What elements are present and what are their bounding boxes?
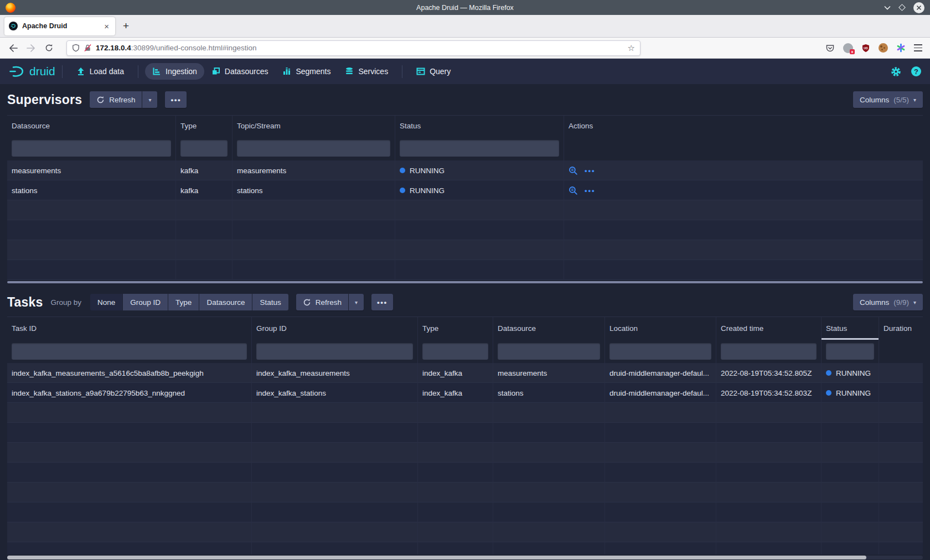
supervisor-row[interactable]: measurements kafka measurements RUNNING … [7,160,923,180]
tab-apache-druid[interactable]: Apache Druid × [4,17,115,35]
settings-gear-icon[interactable] [891,66,901,77]
status-filter-input[interactable] [826,343,874,360]
detail-magnifier-icon[interactable] [569,166,578,175]
supervisor-row[interactable]: stations kafka stations RUNNING ••• [7,180,923,200]
cookie-icon[interactable] [879,43,888,53]
window-minimize-icon[interactable] [884,6,891,10]
segments-icon [282,67,291,76]
group-by-datasource-button[interactable]: Datasource [199,294,252,310]
cell-status: RUNNING [822,363,879,383]
extension-asterisk-icon[interactable] [896,43,906,53]
type-filter-input[interactable] [422,343,488,360]
more-icon: ••• [170,96,181,104]
back-icon[interactable] [6,40,21,56]
extension-disabled-icon[interactable]: x [843,43,853,53]
row-more-icon[interactable]: ••• [585,186,596,195]
bookmark-star-icon[interactable]: ☆ [628,43,635,53]
column-header-duration[interactable]: Duration [879,317,923,340]
nav-item-segments[interactable]: Segments [275,63,338,80]
empty-row [7,522,923,542]
column-header-location[interactable]: Location [605,317,716,340]
tasks-columns-button[interactable]: Columns (9/9) ▾ [853,294,923,310]
url-text[interactable]: 172.18.0.4:30899/unified-console.html#in… [96,44,624,52]
url-host: 172.18.0.4 [96,44,131,52]
datasource-filter-input[interactable] [498,343,600,360]
supervisors-columns-button[interactable]: Columns (5/5) ▾ [853,91,923,108]
new-tab-icon[interactable]: + [123,20,129,32]
forward-icon[interactable] [23,40,39,56]
created-time-filter-input[interactable] [721,343,817,360]
empty-row [7,403,923,423]
nav-item-ingestion[interactable]: Ingestion [145,63,204,80]
supervisors-more-button[interactable]: ••• [165,91,187,108]
task-id-filter-input[interactable] [12,343,247,360]
cell-topic: measurements [232,160,395,180]
druid-logo-icon [9,65,25,78]
tasks-more-button[interactable]: ••• [371,294,393,310]
datasource-filter-input[interactable] [12,140,171,157]
group-by-none-button[interactable]: None [90,294,122,310]
group-by-label: Group by [51,298,82,307]
group-by-type-button[interactable]: Type [168,294,199,310]
cell-type: kafka [176,180,232,200]
status-filter-input[interactable] [400,140,559,157]
column-header-datasource[interactable]: Datasource [493,317,605,340]
column-header-actions: Actions [564,116,923,136]
druid-favicon-icon [9,22,18,30]
help-icon[interactable]: ? [911,66,921,76]
location-filter-input[interactable] [609,343,711,360]
column-header-task-id[interactable]: Task ID [7,317,252,340]
column-header-type[interactable]: Type [176,116,232,136]
empty-row [7,483,923,502]
tasks-refresh-caret-button[interactable]: ▾ [349,294,364,310]
menu-icon[interactable] [914,44,922,51]
chevron-down-icon: ▾ [148,97,151,103]
group-by-group-id-button[interactable]: Group ID [123,294,168,310]
supervisors-refresh-caret-button[interactable]: ▾ [142,91,157,108]
column-header-created-time[interactable]: Created time [716,317,822,340]
druid-logo[interactable]: druid [9,65,55,78]
group-by-status-button[interactable]: Status [252,294,288,310]
insecure-lock-icon[interactable] [84,44,92,52]
cell-created-time: 2022-08-19T05:34:52.805Z [716,363,822,383]
group-id-filter-input[interactable] [256,343,413,360]
supervisors-refresh-button[interactable]: Refresh [90,91,142,108]
column-header-topic-stream[interactable]: Topic/Stream [232,116,395,136]
ublock-icon[interactable]: UO [861,44,870,53]
cell-status: RUNNING [395,180,564,200]
nav-item-services[interactable]: Services [338,63,395,80]
task-row[interactable]: index_kafka_measurements_a5616c5ba8afb8b… [7,363,923,383]
tab-close-icon[interactable]: × [102,22,111,31]
nav-item-label: Load data [90,67,124,76]
cell-status: RUNNING [822,383,879,403]
nav-item-load-data[interactable]: Load data [69,63,131,80]
columns-label: Columns [860,96,889,104]
column-header-type[interactable]: Type [418,317,493,340]
url-bar[interactable]: 172.18.0.4:30899/unified-console.html#in… [66,40,640,56]
cell-duration [879,363,923,383]
nav-item-label: Services [358,67,388,76]
column-header-group-id[interactable]: Group ID [252,317,418,340]
nav-item-label: Ingestion [166,67,197,76]
supervisors-table: Datasource Type Topic/Stream Status Acti… [7,115,923,280]
task-row[interactable]: index_kafka_stations_a9a679b22795b63_nnk… [7,383,923,403]
shield-icon[interactable] [72,44,80,52]
pocket-icon[interactable] [825,44,835,53]
tasks-refresh-button[interactable]: Refresh [296,294,348,310]
nav-item-query[interactable]: Query [409,63,458,80]
reload-icon[interactable] [41,40,56,56]
window-close-icon[interactable] [913,2,924,13]
type-filter-input[interactable] [180,140,228,157]
window-maximize-icon[interactable] [898,4,906,11]
detail-magnifier-icon[interactable] [569,186,578,195]
nav-item-datasources[interactable]: Datasources [204,63,276,80]
row-more-icon[interactable]: ••• [585,167,596,175]
topic-stream-filter-input[interactable] [237,140,390,157]
window-title: Apache Druid — Mozilla Firefox [0,4,930,12]
column-header-status-sorted[interactable]: Status [822,317,879,340]
empty-row [7,260,923,280]
tasks-horizontal-scrollbar[interactable] [7,556,866,559]
column-header-datasource[interactable]: Datasource [7,116,176,136]
column-header-status[interactable]: Status [395,116,564,136]
empty-row [7,502,923,522]
